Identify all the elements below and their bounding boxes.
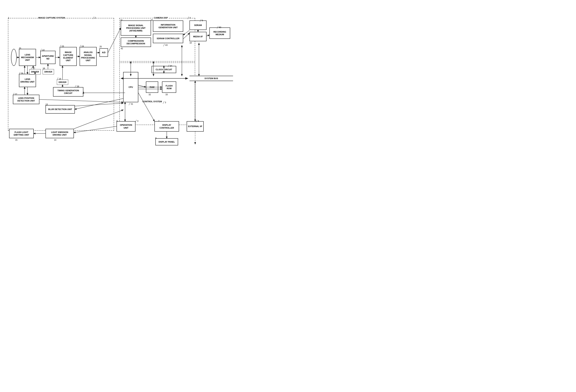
lens-driving-unit: LENS DRIVING UNIT <box>19 74 36 87</box>
ref-25: 25 <box>99 45 102 48</box>
flash-rom: FLASH ROM <box>162 82 176 93</box>
external-if: EXTERNAL I/F <box>187 121 204 132</box>
recording-medium: RECORDING MEDIUM <box>209 28 230 39</box>
svg-line-27 <box>206 35 209 36</box>
blur-detection-unit: BLUR DETECTION UNIT <box>45 105 75 114</box>
sdram-controller: SDRAM CONTROLLER <box>153 34 183 43</box>
clock-circuit: CLOCK CIRCUIT <box>152 66 176 73</box>
control-system-label: CONTROL SYSTEM <box>142 100 162 103</box>
ref-90: ╱ 90 <box>217 26 221 28</box>
flash-light-emitting-unit: FLASH LIGHT EMITTING UNIT <box>9 129 34 138</box>
ref-42: 42 <box>121 47 123 50</box>
information-generation-unit: INFORMATION GENERATION UNIT <box>153 21 183 32</box>
sdram: SDRAM <box>189 21 206 30</box>
driver-17: DRIVER <box>29 69 41 74</box>
analog-signal-processing-unit: ANALOG SIGNAL PROCESSING UNIT <box>80 47 97 66</box>
ref-31: ╱ 31 <box>129 103 133 105</box>
ref-26: ╱ 26 <box>19 72 23 75</box>
ref-28: ╱ 28 <box>75 85 79 88</box>
ref-4: ╱ 4 <box>188 17 191 19</box>
driver-18: DRIVER <box>43 69 54 74</box>
aperture-nd: APERTURE/ ND <box>40 51 56 64</box>
ref-10: 10 <box>189 42 192 44</box>
display-controller: DISPLAY CONTROLLER <box>154 121 179 132</box>
lens-mechanism-unit: LENS MECHANISM UNIT <box>19 49 36 66</box>
ref-3: ╱ 3 <box>163 101 166 104</box>
ref-21: 21 <box>19 47 21 49</box>
timing-generation-circuit: TIMING GENERATION CIRCUIT <box>53 87 83 97</box>
light-emission-driving-unit: LIGHT EMISSION DRIVING UNIT <box>45 129 74 138</box>
ref-9: ╱ 9 <box>200 19 203 22</box>
ref-32: 32 <box>148 93 151 96</box>
ref-33: 33 <box>165 93 168 96</box>
ref-3-ctrl: ╱ 3 <box>135 120 138 122</box>
ref-5: 5 <box>116 120 118 122</box>
ref-22: ╱ 22 <box>40 49 45 51</box>
ram: RAM <box>146 82 158 93</box>
compression-decompression: COMPRESSION/ DECOMPRESSION <box>121 37 151 47</box>
ref-18: 18 <box>43 67 45 69</box>
image-capture-system-label: IMAGE CAPTURE SYSTEM <box>38 17 65 19</box>
system-bus: SYSTEM BUS <box>189 76 233 81</box>
ref-14: 14 <box>54 139 56 141</box>
ref-24: ╱ 24 <box>80 45 84 48</box>
ref-6: 6 <box>155 137 156 139</box>
camera-dsp-label: CAMERA DSP <box>153 17 168 19</box>
ref-13: 13 <box>45 103 48 106</box>
ref-7: 7 <box>158 120 159 122</box>
ad-converter: A/D <box>99 48 108 57</box>
ref-17: ╱ 17 <box>31 67 35 70</box>
ref-27: ╱ 27 <box>13 93 17 95</box>
cpu: CPU <box>123 72 138 102</box>
driver-19: DRIVER <box>57 80 68 85</box>
ref-15: 15 <box>15 139 17 141</box>
ref-23: ╱ 23 <box>60 45 64 48</box>
display-panel: DISPLAY PANEL <box>155 138 178 145</box>
ref-43: ╱ 43 <box>163 44 168 46</box>
ref-19: ╱ 19 <box>57 78 61 80</box>
media-if: MEDIA I/F <box>189 32 206 41</box>
image-signal-processing-unit: IMAGE SIGNAL PROCESSING UNIT (AF/AE/AWB) <box>121 21 151 36</box>
lens-position-detection-unit: LENS POSITION DETECTION UNIT <box>13 95 39 104</box>
diagram-container: 1 ╱ 2 IMAGE CAPTURE SYSTEM CAMERA DSP ╱ … <box>0 0 235 159</box>
ref-8: ╱ 8 <box>196 120 199 122</box>
lens-oval <box>11 49 17 66</box>
image-capture-element-unit: IMAGE CAPTURE ELEMENT UNIT <box>60 47 77 66</box>
ref-34: ╱ 34 <box>168 65 172 67</box>
operation-unit: OPERATION UNIT <box>116 121 136 132</box>
